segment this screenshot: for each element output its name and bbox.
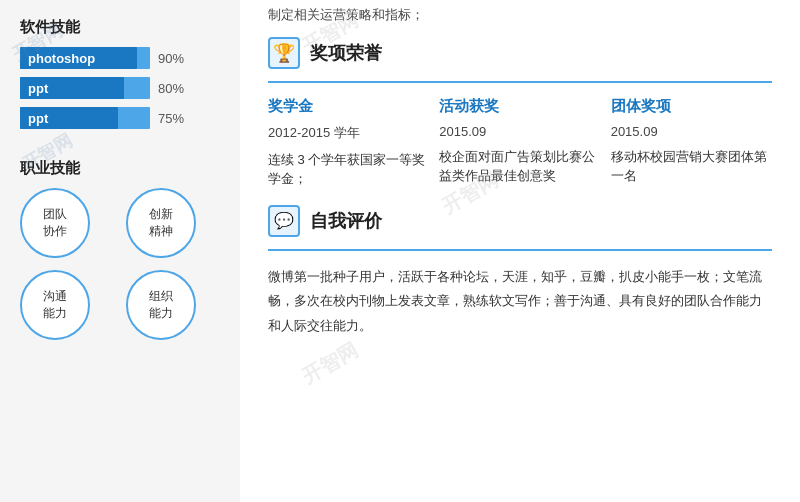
skill-item-ppt2: ppt 75%: [20, 107, 220, 129]
skill-item-ppt1: ppt 80%: [20, 77, 220, 99]
skill-percent-ppt1: 80%: [158, 81, 193, 96]
skill-bar-ppt1: ppt: [20, 77, 150, 99]
award-cat-2: 活动获奖: [439, 97, 600, 116]
award-year-3: 2015.09: [611, 124, 772, 139]
main-content: 开智网 开智网 开智网 制定相关运营策略和指标； 🏆 奖项荣誉 奖学金 2012…: [240, 0, 800, 502]
award-scholarship: 奖学金 2012-2015 学年 连续 3 个学年获国家一等奖学金；: [268, 97, 429, 189]
self-eval-section-header: 💬 自我评价: [268, 205, 772, 237]
skill-name-photoshop: photoshop: [28, 51, 95, 66]
skill-item-photoshop: photoshop 90%: [20, 47, 220, 69]
watermark-overlay: 开智网 开智网 开智网: [240, 0, 800, 502]
self-eval-divider: [268, 249, 772, 251]
career-skill-communication: 沟通能力: [20, 270, 90, 340]
skill-bar-ppt2: ppt: [20, 107, 150, 129]
award-desc-3: 移动杯校园营销大赛团体第一名: [611, 147, 772, 186]
award-group: 团体奖项 2015.09 移动杯校园营销大赛团体第一名: [611, 97, 772, 189]
awards-grid: 奖学金 2012-2015 学年 连续 3 个学年获国家一等奖学金； 活动获奖 …: [268, 97, 772, 189]
trophy-icon: 🏆: [268, 37, 300, 69]
award-year-1: 2012-2015 学年: [268, 124, 429, 142]
award-desc-2: 校企面对面广告策划比赛公益类作品最佳创意奖: [439, 147, 600, 186]
career-skill-team: 团队协作: [20, 188, 90, 258]
self-eval-title: 自我评价: [310, 209, 382, 233]
self-eval-text: 微博第一批种子用户，活跃于各种论坛，天涯，知乎，豆瓣，扒皮小能手一枚；文笔流畅，…: [268, 265, 772, 339]
career-skill-organization: 组织能力: [126, 270, 196, 340]
awards-divider: [268, 81, 772, 83]
skill-percent-photoshop: 90%: [158, 51, 193, 66]
software-skills-title: 软件技能: [20, 18, 220, 37]
intro-text: 制定相关运营策略和指标；: [268, 4, 772, 27]
sidebar: 开智网 开智网 软件技能 photoshop 90% ppt 80% ppt 7: [0, 0, 240, 502]
award-cat-3: 团体奖项: [611, 97, 772, 116]
career-skill-innovation: 创新精神: [126, 188, 196, 258]
wm-r3: 开智网: [297, 337, 362, 390]
career-skills-title: 职业技能: [20, 159, 220, 178]
awards-section-header: 🏆 奖项荣誉: [268, 37, 772, 69]
skill-name-ppt1: ppt: [28, 81, 48, 96]
award-year-2: 2015.09: [439, 124, 600, 139]
comment-icon: 💬: [268, 205, 300, 237]
award-activity: 活动获奖 2015.09 校企面对面广告策划比赛公益类作品最佳创意奖: [439, 97, 600, 189]
skills-list: photoshop 90% ppt 80% ppt 75%: [20, 47, 220, 129]
skill-bar-photoshop: photoshop: [20, 47, 150, 69]
career-skills-grid: 团队协作 创新精神 沟通能力 组织能力: [20, 188, 220, 340]
awards-title: 奖项荣誉: [310, 41, 382, 65]
award-cat-1: 奖学金: [268, 97, 429, 116]
skill-name-ppt2: ppt: [28, 111, 48, 126]
award-desc-1: 连续 3 个学年获国家一等奖学金；: [268, 150, 429, 189]
skill-percent-ppt2: 75%: [158, 111, 193, 126]
